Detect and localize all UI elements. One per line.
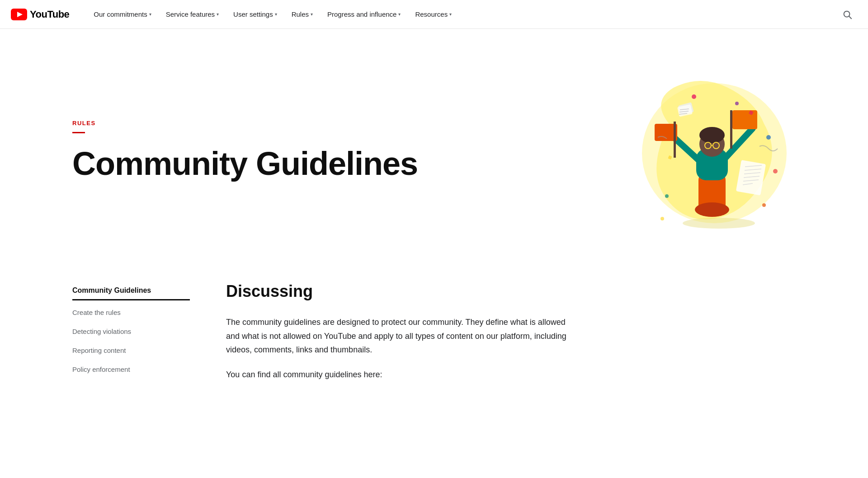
sidebar-item-label: Community Guidelines xyxy=(72,286,151,294)
logo-text: YouTube xyxy=(30,9,69,20)
main-content-area: Discussing The community guidelines are … xyxy=(226,282,570,392)
svg-rect-18 xyxy=(732,110,757,129)
sidebar-item-label: Policy enforcement xyxy=(72,366,130,373)
nav-item-progress-influence[interactable]: Progress and influence ▾ xyxy=(321,7,407,22)
chevron-down-icon: ▾ xyxy=(217,12,219,17)
svg-line-3 xyxy=(849,16,852,19)
content-section: Community Guidelines Create the rules De… xyxy=(0,264,868,419)
hero-illustration xyxy=(624,65,796,237)
nav-label-rules: Rules xyxy=(292,10,309,18)
hero-section: RULES Community Guidelines xyxy=(0,29,868,264)
sidebar-item-detecting-violations[interactable]: Detecting violations xyxy=(72,322,190,341)
svg-point-34 xyxy=(766,135,771,140)
svg-rect-19 xyxy=(730,110,732,149)
logo[interactable]: YouTube xyxy=(11,9,69,20)
sidebar-item-reporting-content[interactable]: Reporting content xyxy=(72,341,190,360)
svg-point-32 xyxy=(692,94,696,99)
discussing-body-text: The community guidelines are designed to… xyxy=(226,315,570,381)
discussing-heading: Discussing xyxy=(226,282,570,301)
nav-item-resources[interactable]: Resources ▾ xyxy=(409,7,458,22)
svg-point-5 xyxy=(683,218,755,229)
label-underline xyxy=(72,132,85,133)
svg-point-33 xyxy=(735,102,739,105)
youtube-logo-icon xyxy=(11,9,27,20)
hero-text-area: RULES Community Guidelines xyxy=(72,120,624,182)
nav-label-resources: Resources xyxy=(415,10,448,18)
nav-label-progress-influence: Progress and influence xyxy=(327,10,396,18)
nav-label-user-settings: User settings xyxy=(233,10,273,18)
svg-point-10 xyxy=(699,127,725,143)
svg-point-39 xyxy=(773,169,778,173)
sidebar-item-label: Detecting violations xyxy=(72,328,131,335)
nav-item-service-features[interactable]: Service features ▾ xyxy=(160,7,225,22)
sidebar-navigation: Community Guidelines Create the rules De… xyxy=(72,282,190,392)
search-icon xyxy=(842,9,852,19)
nav-item-our-commitments[interactable]: Our commitments ▾ xyxy=(87,7,157,22)
svg-point-36 xyxy=(665,194,669,198)
sidebar-item-community-guidelines[interactable]: Community Guidelines xyxy=(72,282,190,300)
chevron-down-icon: ▾ xyxy=(275,12,277,17)
sidebar-item-label: Reporting content xyxy=(72,347,126,354)
nav-item-user-settings[interactable]: User settings ▾ xyxy=(227,7,283,22)
body-paragraph-1: The community guidelines are designed to… xyxy=(226,315,570,357)
page-title: Community Guidelines xyxy=(72,146,624,182)
body-paragraph-2: You can find all community guidelines he… xyxy=(226,368,570,382)
search-button[interactable] xyxy=(837,5,857,24)
chevron-down-icon: ▾ xyxy=(311,12,313,17)
section-label: RULES xyxy=(72,120,624,127)
main-nav: Our commitments ▾ Service features ▾ Use… xyxy=(87,7,837,22)
svg-rect-16 xyxy=(674,122,676,158)
hero-illustration-svg xyxy=(624,65,796,237)
svg-point-2 xyxy=(844,11,850,17)
svg-point-40 xyxy=(660,217,664,220)
nav-label-service-features: Service features xyxy=(166,10,215,18)
sidebar-item-policy-enforcement[interactable]: Policy enforcement xyxy=(72,360,190,379)
sidebar-item-label: Create the rules xyxy=(72,309,121,316)
nav-label-our-commitments: Our commitments xyxy=(94,10,147,18)
site-header: YouTube Our commitments ▾ Service featur… xyxy=(0,0,868,29)
svg-point-35 xyxy=(762,203,766,207)
chevron-down-icon: ▾ xyxy=(398,12,401,17)
chevron-down-icon: ▾ xyxy=(149,12,151,17)
nav-item-rules[interactable]: Rules ▾ xyxy=(285,7,319,22)
sidebar-item-create-the-rules[interactable]: Create the rules xyxy=(72,303,190,322)
chevron-down-icon: ▾ xyxy=(449,12,452,17)
svg-point-7 xyxy=(695,202,729,217)
